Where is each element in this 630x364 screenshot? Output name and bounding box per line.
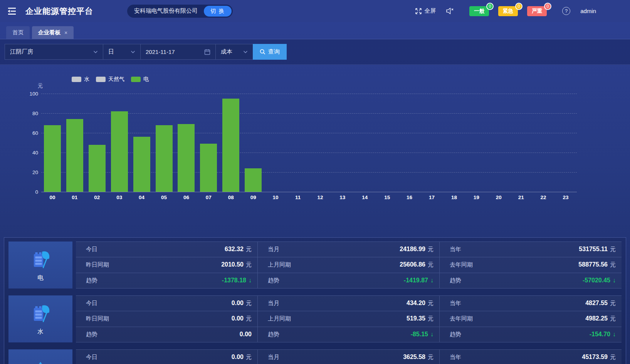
stat-label: 昨日同期 [86, 315, 109, 322]
legend-swatch [72, 77, 81, 82]
stat-value: 4982.25元 [585, 315, 616, 322]
stat-number: 25606.86 [400, 261, 425, 268]
bar-02[interactable] [89, 145, 106, 192]
stat-number: 0.00 [240, 331, 252, 338]
stat-label: 上月同期 [268, 315, 291, 322]
tab-label: 首页 [12, 29, 24, 36]
energy-cost-chart: 水天然气电 元 02040608010000010203040506070809… [0, 65, 630, 234]
alarm-badge[interactable]: 一般 0 [469, 6, 489, 16]
unit-label: 元 [610, 354, 616, 361]
stat-number: -57020.45 [583, 277, 610, 284]
stat-number: -85.15 [411, 331, 428, 338]
menu-fold-icon[interactable] [6, 6, 18, 16]
bar-06[interactable] [178, 124, 195, 192]
gridline [41, 94, 577, 94]
x-axis-tick: 00 [41, 195, 64, 200]
alarm-count: 0 [515, 3, 522, 10]
bar-09[interactable] [245, 168, 262, 192]
help-icon[interactable] [562, 7, 570, 15]
fullscreen-label: 全屏 [424, 7, 436, 15]
query-button[interactable]: 查询 [253, 44, 287, 60]
tab-enterprise-dashboard[interactable]: 企业看板 × [32, 26, 74, 39]
alarm-label: 一般 [474, 8, 484, 14]
switch-company-button[interactable]: 切 换 [204, 6, 232, 17]
bar-01[interactable] [66, 119, 83, 192]
bar-00[interactable] [44, 125, 61, 192]
filter-bar: 江阴厂房 日 2021-11-17 成本 查询 [0, 39, 630, 65]
period-select[interactable]: 日 [103, 44, 141, 60]
stat-value: 632.32元 [225, 246, 252, 253]
x-axis-tick: 08 [220, 195, 242, 200]
stat-cell: 去年同期4982.25元 [440, 311, 622, 327]
stat-value: 0.00元 [232, 300, 252, 307]
stat-label: 今日 [86, 300, 97, 307]
y-axis-tick: 100 [21, 91, 38, 97]
user-menu[interactable]: admin [580, 8, 596, 14]
date-picker-value: 2021-11-17 [146, 49, 204, 55]
bar-08[interactable] [222, 99, 239, 192]
bar-04[interactable] [133, 137, 150, 192]
stat-value: 25606.86元 [400, 261, 433, 268]
stat-cell: 当月434.20元 [258, 296, 440, 311]
stat-value: -154.70↓ [590, 331, 616, 338]
stat-label: 趋势 [450, 331, 461, 338]
stat-cell: 昨日同期2010.50元 [76, 257, 258, 273]
tab-bar: 首页 企业看板 × [0, 22, 630, 39]
stat-cell: 当年531755.11元 [440, 242, 622, 257]
gridline [41, 192, 577, 192]
tab-home[interactable]: 首页 [6, 26, 30, 39]
legend-item-水[interactable]: 水 [72, 76, 89, 83]
site-select[interactable]: 江阴厂房 [5, 44, 103, 60]
y-axis-tick: 80 [21, 111, 38, 116]
stat-value: -1419.87↓ [404, 277, 433, 284]
y-axis-tick: 0 [21, 189, 38, 195]
stat-value: 2010.50元 [221, 261, 252, 268]
bar-07[interactable] [200, 144, 217, 192]
stat-value: 519.35元 [407, 315, 433, 322]
unit-label: 元 [246, 354, 252, 361]
mute-button[interactable] [446, 7, 454, 15]
x-axis-tick: 17 [421, 195, 443, 200]
stat-cell: 趋势-85.15↓ [258, 327, 440, 342]
chart-legend: 水天然气电 [72, 76, 149, 83]
calendar-icon [204, 49, 210, 55]
alarm-badge[interactable]: 严重 0 [527, 6, 547, 16]
x-axis-tick: 23 [554, 195, 577, 200]
energy-row-水: 水今日0.00元昨日同期0.00元趋势0.00当月434.20元上月同期519.… [8, 295, 622, 342]
stat-number: 4827.55 [585, 300, 608, 307]
stat-cell: 今日632.32元 [76, 242, 258, 257]
alarm-badge[interactable]: 紧急 0 [498, 6, 518, 16]
stat-cell: 去年同期588775.56元 [440, 257, 622, 273]
stat-cell: 趋势-154.70↓ [440, 327, 622, 342]
x-axis-tick: 05 [153, 195, 175, 200]
stat-cell: 当月24186.99元 [258, 242, 440, 257]
stat-value: 0.00元 [232, 315, 252, 322]
unit-label: 元 [246, 300, 252, 307]
energy-card: 电 [8, 242, 72, 289]
legend-item-电[interactable]: 电 [131, 76, 149, 83]
bar-05[interactable] [156, 125, 173, 192]
stat-cell: 上月同期25606.86元 [258, 257, 440, 273]
stat-cell: 今日0.00元 [76, 296, 258, 311]
stat-label: 上月同期 [268, 261, 291, 268]
metric-select-value: 成本 [221, 48, 243, 55]
stat-cell: 当月3625.58元 [258, 350, 440, 364]
energy-row-电: 电今日632.32元昨日同期2010.50元趋势-1378.18↓当月24186… [8, 242, 622, 289]
trend-down-icon: ↓ [249, 277, 252, 284]
trend-down-icon: ↓ [430, 277, 433, 284]
stat-cell: 今日0.00元 [76, 350, 258, 364]
bar-03[interactable] [111, 111, 128, 192]
legend-item-天然气[interactable]: 天然气 [96, 76, 124, 83]
fullscreen-button[interactable]: 全屏 [415, 7, 436, 15]
y-axis-unit: 元 [38, 82, 43, 89]
stat-label: 当年 [450, 354, 461, 361]
stat-number: 2010.50 [221, 261, 244, 268]
stat-label: 今日 [86, 354, 97, 361]
speaker-mute-icon [446, 7, 454, 15]
stat-number: 24186.99 [400, 246, 425, 253]
unit-label: 元 [610, 246, 616, 253]
metric-select[interactable]: 成本 [215, 44, 253, 60]
tab-close-icon[interactable]: × [64, 30, 67, 36]
search-icon [260, 49, 265, 55]
date-picker[interactable]: 2021-11-17 [140, 44, 216, 60]
